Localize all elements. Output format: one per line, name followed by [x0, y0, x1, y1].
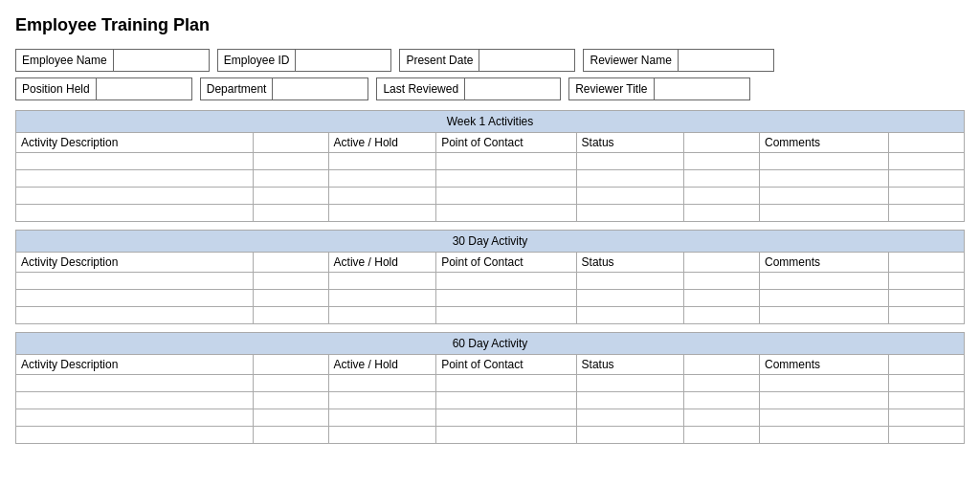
day30-col-activity: Activity Description [16, 253, 254, 273]
week1-col-status: Status [576, 133, 684, 153]
table-row [16, 153, 965, 170]
week1-title: Week 1 Activities [16, 111, 965, 133]
week1-col-empty2 [684, 133, 760, 153]
form-row-2: Position Held Department Last Reviewed R… [15, 77, 965, 100]
employee-name-field: Employee Name [15, 49, 210, 72]
page-title: Employee Training Plan [15, 15, 965, 35]
week1-col-empty1 [253, 133, 328, 153]
department-field: Department [200, 77, 369, 100]
reviewer-title-input[interactable] [654, 78, 749, 99]
day60-col-empty3 [889, 355, 965, 375]
table-row [16, 375, 965, 392]
employee-id-field: Employee ID [217, 49, 392, 72]
day30-col-comments: Comments [759, 253, 888, 273]
day60-title: 60 Day Activity [16, 333, 965, 355]
present-date-label: Present Date [400, 51, 479, 70]
employee-id-input[interactable] [295, 50, 390, 71]
table-row [16, 392, 965, 409]
table-row [16, 427, 965, 444]
form-row-1: Employee Name Employee ID Present Date R… [15, 49, 965, 72]
reviewer-title-field: Reviewer Title [568, 77, 749, 100]
department-label: Department [201, 79, 273, 99]
day30-col-active: Active / Hold [328, 253, 436, 273]
day30-table: 30 Day Activity Activity Description Act… [15, 230, 965, 324]
day60-col-activity: Activity Description [16, 355, 254, 375]
employee-name-label: Employee Name [16, 51, 113, 70]
employee-name-input[interactable] [113, 50, 209, 71]
day30-col-poc: Point of Contact [436, 253, 576, 273]
table-row [16, 273, 965, 290]
day60-col-headers: Activity Description Active / Hold Point… [16, 355, 965, 375]
table-row [16, 205, 965, 222]
form-fields: Employee Name Employee ID Present Date R… [15, 49, 965, 100]
day60-col-empty2 [684, 355, 760, 375]
table-row [16, 188, 965, 205]
day30-col-headers: Activity Description Active / Hold Point… [16, 253, 965, 273]
day60-col-status: Status [576, 355, 684, 375]
table-row [16, 170, 965, 188]
day30-col-empty1 [253, 253, 328, 273]
reviewer-name-label: Reviewer Name [584, 51, 677, 70]
reviewer-name-field: Reviewer Name [583, 49, 773, 72]
week1-table: Week 1 Activities Activity Description A… [15, 110, 965, 222]
employee-id-label: Employee ID [218, 51, 296, 70]
table-row [16, 290, 965, 307]
day60-header-row: 60 Day Activity [16, 333, 965, 355]
present-date-input[interactable] [479, 50, 574, 71]
department-input[interactable] [272, 78, 368, 99]
day60-col-comments: Comments [759, 355, 888, 375]
week1-col-activity: Activity Description [16, 133, 254, 153]
day30-col-status: Status [576, 253, 684, 273]
week1-col-active: Active / Hold [328, 133, 436, 153]
day60-col-poc: Point of Contact [436, 355, 576, 375]
day30-col-empty2 [684, 253, 760, 273]
last-reviewed-input[interactable] [464, 78, 560, 99]
reviewer-title-label: Reviewer Title [569, 79, 653, 99]
position-held-input[interactable] [96, 78, 191, 99]
table-row [16, 409, 965, 427]
present-date-field: Present Date [399, 49, 575, 72]
position-held-field: Position Held [15, 77, 192, 100]
day60-col-empty1 [253, 355, 328, 375]
day30-title: 30 Day Activity [16, 231, 965, 253]
week1-col-comments: Comments [759, 133, 888, 153]
position-held-label: Position Held [16, 79, 96, 99]
last-reviewed-label: Last Reviewed [377, 79, 464, 99]
week1-col-empty3 [889, 133, 965, 153]
last-reviewed-field: Last Reviewed [376, 77, 561, 100]
table-row [16, 307, 965, 324]
week1-col-poc: Point of Contact [436, 133, 576, 153]
reviewer-name-input[interactable] [678, 50, 773, 71]
day60-table: 60 Day Activity Activity Description Act… [15, 332, 965, 444]
day60-col-active: Active / Hold [328, 355, 436, 375]
week1-header-row: Week 1 Activities [16, 111, 965, 133]
day30-header-row: 30 Day Activity [16, 231, 965, 253]
day30-col-empty3 [889, 253, 965, 273]
week1-col-headers: Activity Description Active / Hold Point… [16, 133, 965, 153]
